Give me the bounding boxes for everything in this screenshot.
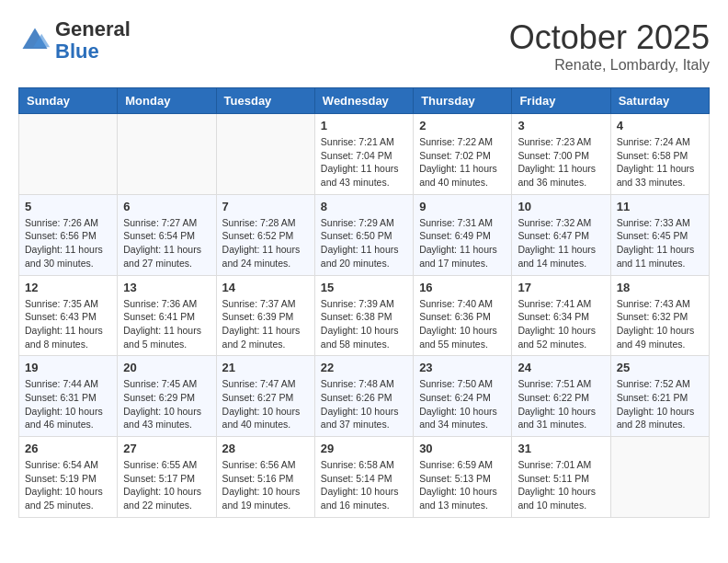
- calendar-header-row: SundayMondayTuesdayWednesdayThursdayFrid…: [19, 88, 710, 114]
- page-header: General Blue October 2025 Renate, Lombar…: [18, 18, 710, 74]
- calendar-cell: 11Sunrise: 7:33 AM Sunset: 6:45 PM Dayli…: [610, 194, 709, 275]
- day-of-week-header: Monday: [118, 88, 216, 114]
- month-title: October 2025: [509, 18, 710, 57]
- day-of-week-header: Thursday: [414, 88, 512, 114]
- day-number: 21: [222, 361, 309, 374]
- calendar-cell: 5Sunrise: 7:26 AM Sunset: 6:56 PM Daylig…: [19, 194, 118, 275]
- calendar-cell: 19Sunrise: 7:44 AM Sunset: 6:31 PM Dayli…: [19, 356, 118, 437]
- day-info: Sunrise: 7:31 AM Sunset: 6:49 PM Dayligh…: [419, 216, 506, 270]
- day-info: Sunrise: 7:41 AM Sunset: 6:34 PM Dayligh…: [518, 297, 604, 351]
- day-info: Sunrise: 7:48 AM Sunset: 6:26 PM Dayligh…: [321, 377, 407, 431]
- day-info: Sunrise: 7:37 AM Sunset: 6:39 PM Dayligh…: [222, 297, 309, 351]
- calendar-cell: 31Sunrise: 7:01 AM Sunset: 5:11 PM Dayli…: [512, 437, 610, 518]
- day-of-week-header: Saturday: [610, 88, 709, 114]
- day-number: 12: [25, 281, 111, 294]
- day-number: 23: [419, 361, 506, 374]
- day-number: 26: [25, 442, 111, 455]
- day-number: 7: [222, 200, 309, 213]
- day-number: 17: [518, 281, 604, 294]
- calendar-cell: 30Sunrise: 6:59 AM Sunset: 5:13 PM Dayli…: [414, 437, 512, 518]
- calendar-cell: 25Sunrise: 7:52 AM Sunset: 6:21 PM Dayli…: [610, 356, 709, 437]
- day-number: 6: [123, 200, 210, 213]
- calendar-cell: 1Sunrise: 7:21 AM Sunset: 7:04 PM Daylig…: [314, 114, 413, 195]
- calendar-cell: 15Sunrise: 7:39 AM Sunset: 6:38 PM Dayli…: [314, 275, 413, 356]
- day-number: 16: [419, 281, 506, 294]
- title-block: October 2025 Renate, Lombardy, Italy: [509, 18, 710, 74]
- location-subtitle: Renate, Lombardy, Italy: [509, 57, 710, 74]
- calendar-cell: 4Sunrise: 7:24 AM Sunset: 6:58 PM Daylig…: [610, 114, 709, 195]
- day-info: Sunrise: 6:58 AM Sunset: 5:14 PM Dayligh…: [321, 458, 407, 512]
- calendar-cell: 26Sunrise: 6:54 AM Sunset: 5:19 PM Dayli…: [19, 437, 118, 518]
- calendar-week-row: 12Sunrise: 7:35 AM Sunset: 6:43 PM Dayli…: [19, 275, 710, 356]
- day-number: 20: [123, 361, 210, 374]
- calendar-cell: 2Sunrise: 7:22 AM Sunset: 7:02 PM Daylig…: [414, 114, 512, 195]
- day-of-week-header: Wednesday: [314, 88, 413, 114]
- calendar-week-row: 19Sunrise: 7:44 AM Sunset: 6:31 PM Dayli…: [19, 356, 710, 437]
- day-info: Sunrise: 7:50 AM Sunset: 6:24 PM Dayligh…: [419, 377, 506, 431]
- calendar-cell: 27Sunrise: 6:55 AM Sunset: 5:17 PM Dayli…: [118, 437, 216, 518]
- day-info: Sunrise: 7:23 AM Sunset: 7:00 PM Dayligh…: [518, 135, 604, 190]
- day-number: 1: [321, 119, 407, 132]
- day-info: Sunrise: 7:01 AM Sunset: 5:11 PM Dayligh…: [518, 458, 604, 512]
- day-info: Sunrise: 7:24 AM Sunset: 6:58 PM Dayligh…: [617, 135, 703, 190]
- day-number: 29: [321, 442, 407, 455]
- day-number: 4: [617, 119, 703, 132]
- day-info: Sunrise: 7:39 AM Sunset: 6:38 PM Dayligh…: [321, 297, 407, 351]
- day-info: Sunrise: 7:44 AM Sunset: 6:31 PM Dayligh…: [25, 377, 111, 431]
- calendar-cell: 12Sunrise: 7:35 AM Sunset: 6:43 PM Dayli…: [19, 275, 118, 356]
- calendar-cell: 21Sunrise: 7:47 AM Sunset: 6:27 PM Dayli…: [216, 356, 314, 437]
- day-info: Sunrise: 7:29 AM Sunset: 6:50 PM Dayligh…: [321, 216, 407, 270]
- day-info: Sunrise: 7:45 AM Sunset: 6:29 PM Dayligh…: [123, 377, 210, 431]
- day-info: Sunrise: 6:56 AM Sunset: 5:16 PM Dayligh…: [222, 458, 309, 512]
- calendar-cell: [118, 114, 216, 195]
- day-info: Sunrise: 7:51 AM Sunset: 6:22 PM Dayligh…: [518, 377, 604, 431]
- day-info: Sunrise: 7:52 AM Sunset: 6:21 PM Dayligh…: [617, 377, 703, 431]
- logo-icon: [18, 24, 51, 57]
- day-number: 5: [25, 200, 111, 213]
- calendar-cell: 3Sunrise: 7:23 AM Sunset: 7:00 PM Daylig…: [512, 114, 610, 195]
- calendar-cell: 29Sunrise: 6:58 AM Sunset: 5:14 PM Dayli…: [314, 437, 413, 518]
- calendar-week-row: 26Sunrise: 6:54 AM Sunset: 5:19 PM Dayli…: [19, 437, 710, 518]
- calendar-cell: [216, 114, 314, 195]
- day-number: 11: [617, 200, 703, 213]
- day-number: 22: [321, 361, 407, 374]
- day-number: 2: [419, 119, 506, 132]
- day-info: Sunrise: 7:47 AM Sunset: 6:27 PM Dayligh…: [222, 377, 309, 431]
- day-info: Sunrise: 7:33 AM Sunset: 6:45 PM Dayligh…: [617, 216, 703, 270]
- day-number: 24: [518, 361, 604, 374]
- calendar-cell: 23Sunrise: 7:50 AM Sunset: 6:24 PM Dayli…: [414, 356, 512, 437]
- day-number: 3: [518, 119, 604, 132]
- day-number: 13: [123, 281, 210, 294]
- calendar-cell: 16Sunrise: 7:40 AM Sunset: 6:36 PM Dayli…: [414, 275, 512, 356]
- day-info: Sunrise: 7:36 AM Sunset: 6:41 PM Dayligh…: [123, 297, 210, 351]
- day-info: Sunrise: 7:26 AM Sunset: 6:56 PM Dayligh…: [25, 216, 111, 270]
- calendar-cell: 9Sunrise: 7:31 AM Sunset: 6:49 PM Daylig…: [414, 194, 512, 275]
- day-number: 27: [123, 442, 210, 455]
- day-of-week-header: Tuesday: [216, 88, 314, 114]
- day-info: Sunrise: 6:54 AM Sunset: 5:19 PM Dayligh…: [25, 458, 111, 512]
- day-number: 14: [222, 281, 309, 294]
- day-number: 15: [321, 281, 407, 294]
- day-number: 10: [518, 200, 604, 213]
- calendar-cell: 22Sunrise: 7:48 AM Sunset: 6:26 PM Dayli…: [314, 356, 413, 437]
- calendar-cell: 13Sunrise: 7:36 AM Sunset: 6:41 PM Dayli…: [118, 275, 216, 356]
- calendar-week-row: 5Sunrise: 7:26 AM Sunset: 6:56 PM Daylig…: [19, 194, 710, 275]
- calendar-cell: [19, 114, 118, 195]
- day-info: Sunrise: 7:21 AM Sunset: 7:04 PM Dayligh…: [321, 135, 407, 190]
- calendar-cell: 20Sunrise: 7:45 AM Sunset: 6:29 PM Dayli…: [118, 356, 216, 437]
- day-number: 9: [419, 200, 506, 213]
- logo-blue: Blue: [55, 40, 99, 63]
- day-info: Sunrise: 7:27 AM Sunset: 6:54 PM Dayligh…: [123, 216, 210, 270]
- calendar-week-row: 1Sunrise: 7:21 AM Sunset: 7:04 PM Daylig…: [19, 114, 710, 195]
- day-info: Sunrise: 7:32 AM Sunset: 6:47 PM Dayligh…: [518, 216, 604, 270]
- calendar-cell: [610, 437, 709, 518]
- day-info: Sunrise: 6:59 AM Sunset: 5:13 PM Dayligh…: [419, 458, 506, 512]
- day-number: 18: [617, 281, 703, 294]
- day-of-week-header: Friday: [512, 88, 610, 114]
- calendar-cell: 7Sunrise: 7:28 AM Sunset: 6:52 PM Daylig…: [216, 194, 314, 275]
- day-number: 25: [617, 361, 703, 374]
- calendar-cell: 10Sunrise: 7:32 AM Sunset: 6:47 PM Dayli…: [512, 194, 610, 275]
- day-of-week-header: Sunday: [19, 88, 118, 114]
- calendar-cell: 6Sunrise: 7:27 AM Sunset: 6:54 PM Daylig…: [118, 194, 216, 275]
- calendar-cell: 8Sunrise: 7:29 AM Sunset: 6:50 PM Daylig…: [314, 194, 413, 275]
